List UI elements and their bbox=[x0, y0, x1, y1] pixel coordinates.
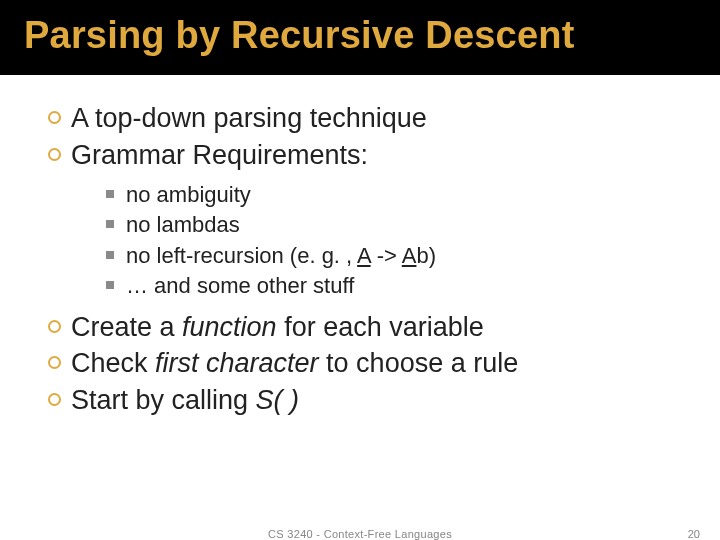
circle-bullet-icon bbox=[48, 356, 61, 369]
footer-page-number: 20 bbox=[688, 528, 700, 540]
bullet-item: Create a function for each variable bbox=[48, 310, 690, 345]
bullet-text: A top-down parsing technique bbox=[71, 101, 427, 136]
bullet-text: Grammar Requirements: bbox=[71, 138, 368, 173]
footer-course: CS 3240 - Context-Free Languages bbox=[268, 528, 452, 540]
sub-bullet-item: … and some other stuff bbox=[106, 271, 690, 301]
square-bullet-icon bbox=[106, 281, 114, 289]
sub-bullet-item: no left-recursion (e. g. , A -> Ab) bbox=[106, 241, 690, 271]
bullet-item: Start by calling S( ) bbox=[48, 383, 690, 418]
sub-bullet-item: no ambiguity bbox=[106, 180, 690, 210]
square-bullet-icon bbox=[106, 190, 114, 198]
circle-bullet-icon bbox=[48, 148, 61, 161]
sub-bullet-item: no lambdas bbox=[106, 210, 690, 240]
bullet-text: Check first character to choose a rule bbox=[71, 346, 518, 381]
bullet-item: A top-down parsing technique bbox=[48, 101, 690, 136]
sub-bullet-text: no left-recursion (e. g. , A -> Ab) bbox=[126, 241, 436, 271]
bullet-item: Grammar Requirements: bbox=[48, 138, 690, 173]
bullet-item: Check first character to choose a rule bbox=[48, 346, 690, 381]
title-bar: Parsing by Recursive Descent bbox=[0, 0, 720, 75]
sub-bullet-group: no ambiguity no lambdas no left-recursio… bbox=[48, 174, 690, 309]
circle-bullet-icon bbox=[48, 393, 61, 406]
bullet-text: Start by calling S( ) bbox=[71, 383, 299, 418]
slide-content: A top-down parsing technique Grammar Req… bbox=[0, 75, 720, 417]
bullet-text: Create a function for each variable bbox=[71, 310, 484, 345]
circle-bullet-icon bbox=[48, 320, 61, 333]
sub-bullet-text: no ambiguity bbox=[126, 180, 251, 210]
square-bullet-icon bbox=[106, 251, 114, 259]
square-bullet-icon bbox=[106, 220, 114, 228]
sub-bullet-text: … and some other stuff bbox=[126, 271, 354, 301]
sub-bullet-text: no lambdas bbox=[126, 210, 240, 240]
circle-bullet-icon bbox=[48, 111, 61, 124]
slide-title: Parsing by Recursive Descent bbox=[24, 14, 720, 57]
